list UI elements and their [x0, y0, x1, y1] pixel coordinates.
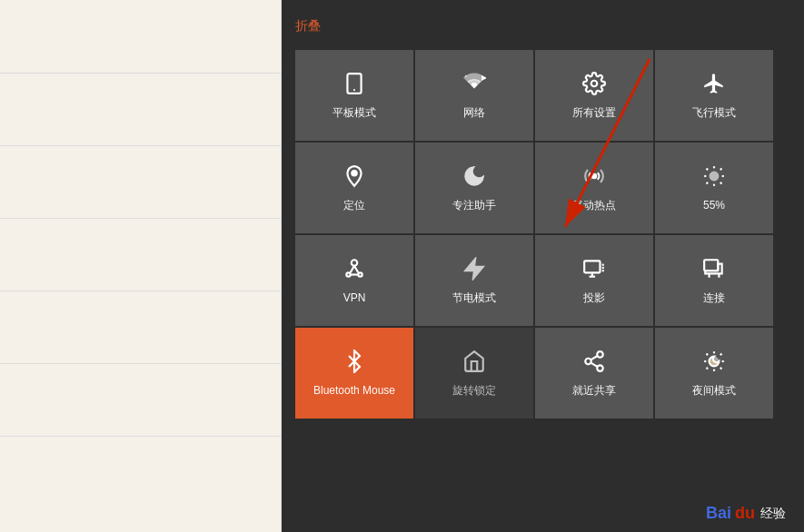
svg-line-41	[720, 368, 722, 369]
tile-nearby-share[interactable]: 就近共享	[535, 328, 653, 419]
svg-line-40	[707, 353, 709, 355]
tile-flight-mode[interactable]: 飞行模式	[655, 50, 773, 141]
divider-line	[0, 73, 282, 74]
svg-text:▶: ▶	[481, 73, 486, 81]
flight-icon	[702, 72, 726, 99]
battery-icon	[462, 257, 486, 284]
tile-night-mode-label: 夜间模式	[692, 384, 736, 397]
settings-icon	[582, 72, 606, 99]
svg-rect-29	[704, 260, 718, 271]
divider-line	[0, 363, 282, 364]
left-panel	[0, 0, 282, 532]
svg-point-7	[592, 174, 596, 178]
tile-vpn-label: VPN	[343, 291, 366, 304]
svg-point-8	[710, 172, 719, 180]
tile-tablet-mode-label: 平板模式	[333, 106, 376, 119]
tile-network[interactable]: ▶ 网络	[415, 50, 533, 141]
share-icon	[582, 350, 606, 377]
bluetooth-icon	[342, 350, 366, 377]
tile-project[interactable]: 投影	[535, 235, 653, 326]
tile-focus-assist[interactable]: 专注助手	[415, 143, 533, 233]
tile-brightness[interactable]: 55%	[655, 143, 773, 233]
watermark-baidu-text: Bai	[706, 504, 731, 523]
moon-icon	[462, 164, 486, 192]
tile-mobile-hotspot-label: 移动热点	[572, 199, 616, 212]
tile-night-mode[interactable]: 夜间模式	[655, 328, 773, 419]
tile-location[interactable]: 定位	[295, 143, 413, 233]
tile-mobile-hotspot[interactable]: 移动热点	[535, 143, 653, 233]
watermark-du-text: du	[735, 504, 755, 523]
tile-brightness-label: 55%	[703, 199, 725, 212]
tile-flight-mode-label: 飞行模式	[692, 106, 736, 119]
tile-network-label: 网络	[463, 106, 485, 119]
svg-line-35	[591, 362, 597, 366]
divider-line	[0, 436, 282, 437]
svg-point-34	[597, 365, 603, 371]
tile-rotation-lock-label: 旋转锁定	[452, 384, 496, 397]
divider-line	[0, 218, 282, 219]
night-mode-icon	[702, 350, 726, 377]
svg-line-15	[707, 182, 709, 184]
tile-battery-saver-label: 节电模式	[452, 291, 496, 304]
tile-battery-saver[interactable]: 节电模式	[415, 235, 533, 326]
quick-settings-grid: 平板模式 ▶ 网络 所有设置	[295, 50, 773, 419]
svg-point-5	[591, 81, 598, 87]
tile-tablet-mode[interactable]: 平板模式	[295, 50, 413, 141]
hotspot-icon	[582, 164, 606, 192]
svg-point-17	[352, 260, 358, 266]
svg-rect-23	[584, 261, 600, 272]
svg-line-12	[720, 182, 722, 184]
tile-all-settings[interactable]: 所有设置	[535, 50, 653, 141]
svg-line-20	[351, 266, 354, 273]
svg-point-6	[352, 171, 356, 175]
network-icon: ▶	[462, 72, 486, 99]
svg-point-33	[585, 359, 591, 365]
location-icon	[342, 164, 366, 192]
svg-line-11	[707, 168, 709, 170]
tile-bluetooth-mouse-label: Bluetooth Mouse	[313, 384, 395, 397]
right-panel: 折叠 平板模式	[282, 0, 804, 532]
connect-icon	[702, 257, 726, 284]
tile-all-settings-label: 所有设置	[572, 106, 616, 119]
svg-point-3	[353, 89, 355, 91]
baidu-watermark: Baidu 经验	[706, 504, 786, 523]
tile-connect[interactable]: 连接	[655, 235, 773, 326]
svg-line-36	[591, 356, 597, 360]
svg-point-18	[346, 272, 350, 276]
tile-nearby-share-label: 就近共享	[572, 384, 616, 397]
tile-project-label: 投影	[583, 291, 605, 304]
tablet-icon	[342, 72, 366, 99]
rotation-lock-icon	[462, 350, 486, 377]
svg-line-45	[720, 353, 722, 355]
svg-line-44	[707, 368, 709, 369]
collapse-button[interactable]: 折叠	[295, 18, 321, 34]
divider-line	[0, 145, 282, 146]
svg-point-32	[597, 351, 603, 358]
project-icon	[582, 257, 606, 284]
tile-location-label: 定位	[343, 199, 365, 212]
tile-bluetooth-mouse[interactable]: Bluetooth Mouse	[295, 328, 413, 419]
tile-connect-label: 连接	[703, 291, 725, 304]
tile-vpn[interactable]: VPN	[295, 235, 413, 326]
tile-focus-assist-label: 专注助手	[452, 199, 496, 212]
svg-line-21	[354, 266, 358, 273]
svg-line-16	[720, 168, 722, 170]
tile-rotation-lock[interactable]: 旋转锁定	[415, 328, 533, 419]
divider-line	[0, 291, 282, 291]
brightness-icon	[702, 164, 726, 192]
watermark-jingyan-text: 经验	[760, 506, 786, 522]
svg-point-19	[358, 272, 362, 276]
vpn-icon	[342, 257, 366, 284]
